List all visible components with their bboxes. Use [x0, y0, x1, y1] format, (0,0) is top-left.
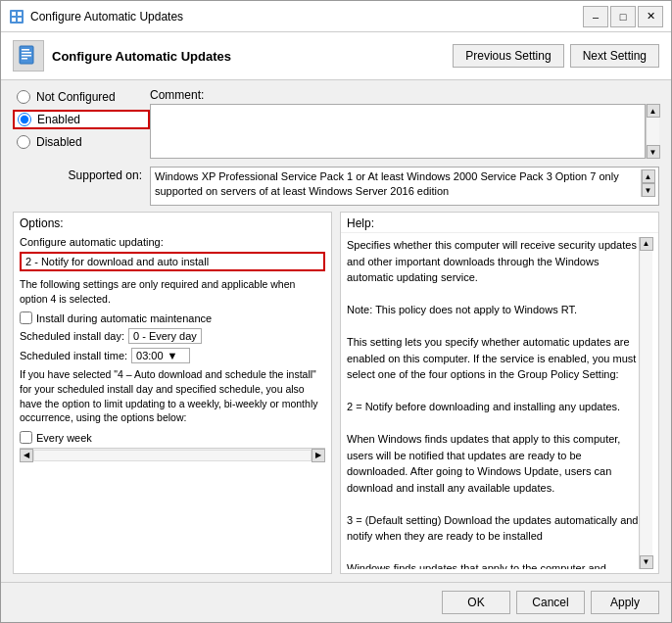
- previous-setting-button[interactable]: Previous Setting: [453, 44, 563, 68]
- comment-scroll-down[interactable]: ▼: [647, 145, 660, 159]
- help-scroll-down[interactable]: ▼: [640, 555, 653, 569]
- header-section: Configure Automatic Updates Previous Set…: [1, 32, 671, 80]
- help-scroll-up[interactable]: ▲: [640, 237, 653, 251]
- enabled-radio[interactable]: [18, 113, 31, 126]
- supported-label: Supported on:: [13, 167, 150, 182]
- main-window: Configure Automatic Updates – □ ✕ Config…: [0, 0, 672, 623]
- long-note: If you have selected "4 – Auto download …: [20, 367, 325, 425]
- comment-scroll-up[interactable]: ▲: [647, 104, 660, 118]
- apply-button[interactable]: Apply: [591, 591, 659, 614]
- title-controls: – □ ✕: [583, 6, 663, 27]
- comment-box-wrapper: ▲ ▼: [150, 104, 659, 159]
- header-icon: [13, 40, 44, 72]
- supported-text: Windows XP Professional Service Pack 1 o…: [155, 169, 637, 200]
- install-maintenance-checkbox[interactable]: [20, 312, 32, 324]
- time-dropdown-arrow: ▼: [168, 350, 178, 361]
- svg-rect-7: [22, 52, 31, 54]
- scheduled-time-dropdown[interactable]: 03:00 ▼: [131, 348, 190, 363]
- options-scroll-right[interactable]: ▶: [312, 449, 325, 462]
- svg-rect-6: [22, 49, 29, 51]
- window-icon: [9, 9, 24, 24]
- policy-icon: [17, 44, 40, 68]
- top-area: Not Configured Enabled Disabled Comment:: [13, 88, 659, 206]
- window-title: Configure Automatic Updates: [30, 10, 183, 24]
- scheduled-day-label: Scheduled install day:: [20, 330, 124, 342]
- help-scroll-track: [641, 251, 652, 555]
- comment-label: Comment:: [150, 88, 659, 102]
- comment-textarea[interactable]: [150, 104, 646, 159]
- supported-scroll-up[interactable]: ▲: [642, 169, 655, 183]
- every-week-label: Every week: [36, 432, 92, 444]
- configure-label: Configure automatic updating:: [20, 236, 325, 248]
- options-body: Configure automatic updating: 2 - Notify…: [14, 232, 331, 573]
- svg-rect-2: [18, 12, 22, 16]
- svg-rect-4: [18, 18, 22, 22]
- header-buttons: Previous Setting Next Setting: [453, 44, 659, 68]
- next-setting-button[interactable]: Next Setting: [570, 44, 659, 68]
- scheduled-time-label: Scheduled install time:: [20, 350, 127, 361]
- comment-scroll-track: [648, 118, 659, 145]
- help-body: Specifies whether this computer will rec…: [341, 233, 658, 573]
- options-hscrollbar: ◀ ▶: [20, 448, 325, 461]
- help-text: Specifies whether this computer will rec…: [347, 237, 639, 569]
- minimize-button[interactable]: –: [583, 6, 608, 27]
- svg-rect-8: [22, 55, 31, 57]
- options-scroll-htrack: [33, 450, 312, 461]
- disabled-radio[interactable]: [17, 135, 30, 149]
- radio-comment-row: Not Configured Enabled Disabled Comment:: [13, 88, 659, 159]
- options-note: The following settings are only required…: [20, 277, 325, 306]
- every-week-checkbox[interactable]: [20, 431, 32, 444]
- help-scrollbar: ▲ ▼: [639, 237, 652, 569]
- options-help-area: Options: Configure automatic updating: 2…: [13, 212, 659, 574]
- not-configured-label: Not Configured: [36, 90, 116, 104]
- header-title: Configure Automatic Updates: [52, 49, 231, 64]
- svg-rect-3: [12, 18, 16, 22]
- scheduled-time-value: 03:00: [136, 350, 164, 361]
- configure-dropdown[interactable]: 2 - Notify for download and auto install: [20, 252, 325, 271]
- scheduled-day-dropdown[interactable]: 0 - Every day: [128, 328, 202, 344]
- install-maintenance-row[interactable]: Install during automatic maintenance: [20, 312, 325, 324]
- maximize-button[interactable]: □: [610, 6, 636, 27]
- header-left: Configure Automatic Updates: [13, 40, 231, 72]
- not-configured-option[interactable]: Not Configured: [13, 88, 150, 106]
- radio-group: Not Configured Enabled Disabled: [13, 88, 150, 159]
- help-panel: Help: Specifies whether this computer wi…: [340, 212, 659, 574]
- options-label: Options:: [14, 213, 331, 232]
- ok-button[interactable]: OK: [442, 591, 510, 614]
- scheduled-day-value: 0 - Every day: [133, 330, 197, 342]
- every-week-row[interactable]: Every week: [20, 431, 325, 444]
- svg-rect-9: [22, 58, 27, 60]
- options-scroll-left[interactable]: ◀: [20, 449, 33, 462]
- scheduled-time-row: Scheduled install time: 03:00 ▼: [20, 348, 325, 363]
- close-button[interactable]: ✕: [638, 6, 663, 27]
- supported-scrollbar: ▲ ▼: [641, 169, 654, 197]
- disabled-label: Disabled: [36, 135, 82, 149]
- not-configured-radio[interactable]: [17, 90, 30, 104]
- enabled-option[interactable]: Enabled: [13, 110, 150, 129]
- title-bar-left: Configure Automatic Updates: [9, 9, 183, 24]
- main-content: Not Configured Enabled Disabled Comment:: [1, 80, 671, 582]
- title-bar: Configure Automatic Updates – □ ✕: [1, 1, 671, 32]
- footer-bar: OK Cancel Apply: [1, 582, 671, 622]
- dropdown-value: 2 - Notify for download and auto install: [25, 256, 209, 267]
- supported-scroll-down[interactable]: ▼: [642, 183, 655, 197]
- options-panel: Options: Configure automatic updating: 2…: [13, 212, 332, 574]
- supported-box: Windows XP Professional Service Pack 1 o…: [150, 167, 659, 206]
- install-maintenance-label: Install during automatic maintenance: [36, 312, 212, 324]
- help-label: Help:: [341, 213, 658, 233]
- comment-scrollbar: ▲ ▼: [646, 104, 659, 159]
- scheduled-day-row: Scheduled install day: 0 - Every day: [20, 328, 325, 344]
- cancel-button[interactable]: Cancel: [516, 591, 585, 614]
- comment-area: Comment: ▲ ▼: [150, 88, 659, 159]
- supported-section: Supported on: Windows XP Professional Se…: [13, 167, 659, 206]
- disabled-option[interactable]: Disabled: [13, 133, 150, 151]
- svg-rect-1: [12, 12, 16, 16]
- enabled-label: Enabled: [37, 113, 80, 126]
